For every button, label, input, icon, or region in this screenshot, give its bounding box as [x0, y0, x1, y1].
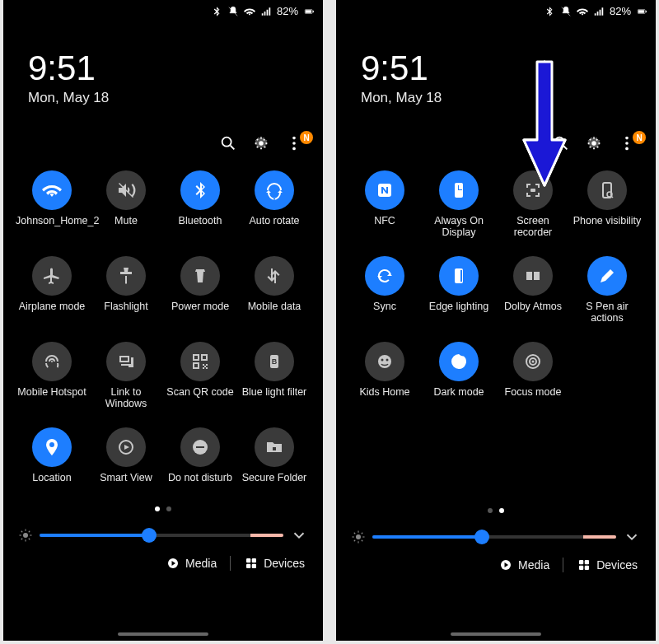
divider	[563, 558, 563, 572]
qs-tile-spen[interactable]: S Pen air actions	[570, 256, 644, 325]
securefolder-toggle[interactable]	[255, 427, 294, 467]
mute-icon	[116, 180, 136, 200]
qs-tile-wifi[interactable]: Johnson_Home_2	[15, 170, 89, 240]
wifi-icon	[244, 6, 255, 17]
brightness-slider[interactable]	[372, 535, 616, 539]
flashlight-toggle[interactable]	[106, 256, 146, 296]
powermode-toggle[interactable]	[180, 256, 220, 296]
devices-button[interactable]: Devices	[244, 556, 305, 571]
qs-tile-sync[interactable]: Sync	[348, 256, 422, 325]
mute-toggle[interactable]	[106, 170, 146, 210]
dnd-icon	[190, 437, 210, 457]
qs-tile-dolby[interactable]: Dolby Atmos	[496, 256, 570, 325]
qs-tile-securefolder[interactable]: Secure Folder	[237, 427, 311, 497]
qs-tile-focusmode[interactable]: Focus mode	[496, 342, 570, 411]
autorotate-toggle[interactable]	[255, 170, 294, 210]
focusmode-toggle[interactable]	[513, 342, 553, 381]
devices-label: Devices	[264, 557, 305, 570]
screenrec-toggle[interactable]	[513, 170, 553, 210]
qs-tile-label: Flashlight	[104, 301, 148, 325]
dolby-toggle[interactable]	[513, 256, 553, 296]
qs-tile-nfc[interactable]: NFC	[348, 170, 422, 240]
qs-tile-label: Link to Windows	[90, 386, 162, 411]
settings-button[interactable]	[585, 134, 603, 152]
hotspot-toggle[interactable]	[32, 342, 72, 381]
bluetooth-icon	[211, 6, 222, 17]
smartview-toggle[interactable]	[106, 427, 146, 467]
qs-tile-darkmode[interactable]: Dark mode	[422, 342, 496, 411]
brightness-slider[interactable]	[40, 534, 283, 537]
wifi-icon	[577, 6, 588, 17]
clock-time: 9:51	[28, 49, 323, 88]
phone-panel-1: 82% 9:51 Mon, May 18 N Johnson_Home_2Mut…	[3, 0, 323, 641]
qs-tile-airplane[interactable]: Airplane mode	[15, 256, 89, 325]
qs-tile-location[interactable]: Location	[15, 427, 89, 497]
qrcode-toggle[interactable]	[180, 342, 220, 381]
status-bar: 82%	[3, 0, 323, 21]
settings-button[interactable]	[252, 134, 270, 152]
qs-tile-smartview[interactable]: Smart View	[89, 427, 163, 497]
qs-tile-autorotate[interactable]: Auto rotate	[237, 170, 311, 240]
qs-tile-flashlight[interactable]: Flashlight	[89, 256, 163, 325]
dnd-toggle[interactable]	[180, 427, 220, 467]
darkmode-toggle[interactable]	[439, 342, 479, 381]
nav-bar-pill[interactable]	[118, 632, 208, 636]
sync-toggle[interactable]	[365, 256, 404, 296]
qs-tile-label: Phone visibility	[573, 215, 642, 240]
hotspot-icon	[42, 352, 62, 371]
sync-icon	[375, 266, 395, 286]
quick-settings-grid: Johnson_Home_2MuteBluetoothAuto rotateAi…	[3, 164, 323, 497]
dolby-icon	[523, 266, 543, 286]
location-toggle[interactable]	[32, 427, 72, 467]
phonevis-toggle[interactable]	[587, 170, 627, 210]
qs-tile-mobiledata[interactable]: Mobile data	[237, 256, 311, 325]
media-label: Media	[518, 558, 549, 572]
page-dot	[499, 508, 504, 513]
quick-settings-grid: NFCAlways On DisplayScreen recorderPhone…	[336, 164, 656, 411]
edgelight-toggle[interactable]	[439, 256, 479, 296]
qs-tile-bluelight[interactable]: Blue light filter	[237, 342, 311, 411]
airplane-toggle[interactable]	[32, 256, 72, 296]
qs-tile-qrcode[interactable]: Scan QR code	[163, 342, 237, 411]
qs-tile-linkwin[interactable]: Link to Windows	[89, 342, 163, 411]
media-button[interactable]: Media	[166, 556, 217, 571]
expand-button[interactable]	[623, 528, 641, 546]
qs-tile-kidshome[interactable]: Kids Home	[348, 342, 422, 411]
media-button[interactable]: Media	[498, 558, 549, 572]
kidshome-toggle[interactable]	[365, 342, 404, 381]
qs-tile-mute[interactable]: Mute	[89, 170, 163, 240]
expand-button[interactable]	[290, 526, 308, 544]
aod-toggle[interactable]	[439, 170, 479, 210]
mute-icon	[560, 6, 572, 17]
bluetooth-toggle[interactable]	[180, 170, 220, 210]
qs-tile-hotspot[interactable]: Mobile Hotspot	[15, 342, 89, 411]
search-button[interactable]	[219, 134, 237, 152]
qs-tile-dnd[interactable]: Do not disturb	[163, 427, 237, 497]
qs-tile-label: Smart View	[100, 472, 152, 497]
devices-label: Devices	[596, 558, 638, 572]
nfc-icon	[375, 180, 395, 200]
nav-bar-pill[interactable]	[451, 632, 541, 636]
qs-tile-phonevis[interactable]: Phone visibility	[570, 170, 644, 240]
qs-tile-edgelight[interactable]: Edge lighting	[422, 256, 496, 325]
search-button[interactable]	[552, 134, 570, 152]
nfc-toggle[interactable]	[365, 170, 404, 210]
notification-badge: N	[633, 131, 646, 144]
qs-tile-label: Mobile Hotspot	[17, 386, 86, 411]
qs-tile-bluetooth[interactable]: Bluetooth	[163, 170, 237, 240]
play-icon	[166, 556, 180, 571]
mobiledata-toggle[interactable]	[255, 256, 294, 296]
autorotate-icon	[264, 180, 284, 200]
qs-tile-screenrec[interactable]: Screen recorder	[496, 170, 570, 240]
wifi-toggle[interactable]	[32, 170, 72, 210]
linkwin-toggle[interactable]	[106, 342, 146, 381]
qs-tile-aod[interactable]: Always On Display	[422, 170, 496, 240]
battery-percent: 82%	[277, 5, 298, 17]
spen-toggle[interactable]	[587, 256, 627, 296]
brightness-icon	[351, 530, 366, 544]
qs-tile-label: Scan QR code	[166, 386, 233, 411]
bluelight-toggle[interactable]	[255, 342, 294, 381]
battery-percent: 82%	[610, 5, 631, 17]
qs-tile-powermode[interactable]: Power mode	[163, 256, 237, 325]
devices-button[interactable]: Devices	[577, 558, 638, 572]
